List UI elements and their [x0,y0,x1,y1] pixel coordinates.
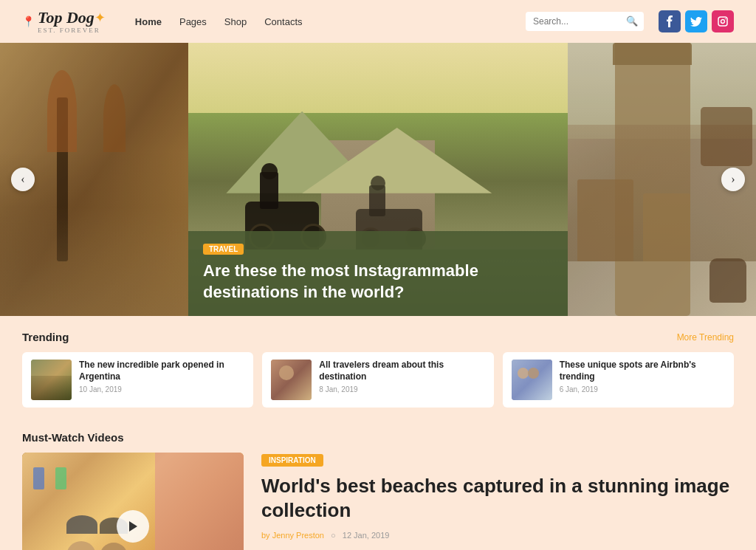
must-watch-title: Must-Watch Videos [22,431,124,444]
video-date: 12 Jan, 2019 [343,531,390,540]
chevron-left-icon: ‹ [21,173,24,186]
more-trending-link[interactable]: More Trending [677,332,734,343]
header: 📍 Top Dog Est. Forever ✦ Home Pages Shop… [0,0,756,43]
trending-card-1[interactable]: The new incredible park opened in Argent… [22,352,253,408]
video-separator: ○ [331,531,336,540]
video-tag: Inspiration [261,454,323,467]
trending-info-1: The new incredible park opened in Argent… [79,360,244,393]
logo-sub: Est. Forever [38,27,100,34]
twitter-button[interactable] [685,10,707,32]
trending-date-3: 6 Jan, 2019 [560,385,725,393]
main-nav: Home Pages Shop Contacts [135,16,511,27]
search-input[interactable] [533,16,622,27]
trending-date-1: 10 Jan, 2019 [79,385,244,393]
trending-card-title-3: These unique spots are Airbnb's trending [560,360,725,382]
trending-thumb-3 [512,360,552,400]
chevron-right-icon: › [731,173,735,186]
svg-point-1 [721,20,725,24]
nav-home[interactable]: Home [135,16,162,27]
trending-card-title-2: All travelers dream about this destinati… [319,360,484,382]
slide-main-panel: Travel Are these the most Instagrammable… [188,43,568,316]
trending-date-2: 8 Jan, 2019 [319,385,484,393]
search-icon: 🔍 [626,16,638,27]
slide-caption: Travel Are these the most Instagrammable… [188,231,568,316]
play-button[interactable] [117,510,149,543]
trending-info-2: All travelers dream about this destinati… [319,360,484,393]
social-icons [659,10,734,32]
svg-point-2 [725,18,726,20]
trending-title: Trending [22,331,69,343]
must-watch-header: Must-Watch Videos [22,431,734,444]
svg-rect-0 [718,17,727,26]
video-thumbnail[interactable] [22,453,244,550]
video-info: Inspiration World's best beaches capture… [261,453,734,540]
logo-pin-icon: 📍 [22,16,35,28]
trending-card-3[interactable]: These unique spots are Airbnb's trending… [503,352,734,408]
slider-prev-button[interactable]: ‹ [11,168,35,191]
video-meta: by Jenny Preston ○ 12 Jan, 2019 [261,531,734,540]
trending-thumb-2 [271,360,312,400]
trending-header: Trending More Trending [22,331,734,343]
nav-contacts[interactable]: Contacts [264,16,302,27]
facebook-button[interactable] [659,10,681,32]
logo-text: Top Dog [38,8,94,27]
trending-card-2[interactable]: All travelers dream about this destinati… [262,352,493,408]
nav-pages[interactable]: Pages [179,16,207,27]
trending-section: Trending More Trending The new incredibl… [0,316,756,419]
must-watch-section: Must-Watch Videos Inspiration World's be… [0,419,756,550]
trending-grid: The new incredible park opened in Argent… [22,352,734,408]
nav-shop[interactable]: Shop [224,16,247,27]
slider-next-button[interactable]: › [721,168,745,191]
slide-tag: Travel [203,244,244,255]
must-watch-content: Inspiration World's best beaches capture… [22,453,734,550]
trending-card-title-1: The new incredible park opened in Argent… [79,360,244,382]
trending-info-3: These unique spots are Airbnb's trending… [560,360,725,393]
search-area: 🔍 [526,12,644,31]
trending-thumb-1 [31,360,72,400]
logo-star-icon: ✦ [94,10,106,26]
logo[interactable]: 📍 Top Dog Est. Forever ✦ [22,9,106,34]
slide-title: Are these the most Instagrammable destin… [203,261,553,303]
video-title: World's best beaches captured in a stunn… [261,474,734,522]
video-author: by Jenny Preston [261,531,324,540]
hero-slider: Travel Are these the most Instagrammable… [0,43,756,316]
instagram-button[interactable] [712,10,734,32]
